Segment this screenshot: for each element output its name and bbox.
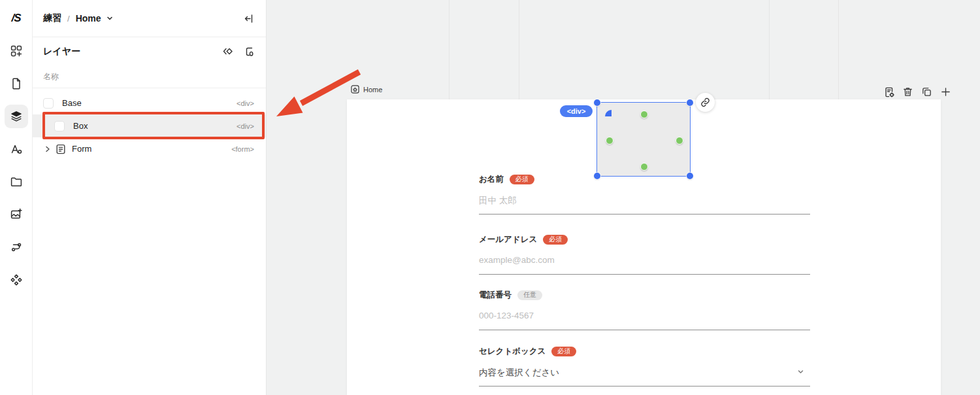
- expand-chevron-icon[interactable]: [43, 145, 52, 154]
- breadcrumb: 練習 / Home: [33, 0, 266, 37]
- form-field-select[interactable]: セレクトボックス 必須 内容を選択ください: [479, 345, 810, 357]
- duplicate-page-icon[interactable]: [921, 86, 933, 98]
- name-column-header: 名称: [33, 65, 266, 88]
- breadcrumb-page[interactable]: Home: [76, 13, 101, 24]
- layer-checkbox[interactable]: [54, 121, 65, 131]
- breakpoint-guide: [519, 0, 519, 99]
- breakpoint-guide: [838, 0, 839, 99]
- add-block-icon[interactable]: [5, 39, 28, 63]
- form-field-email[interactable]: メールアドレス 必須 example@abc.com: [479, 233, 810, 245]
- breakpoint-guide: [449, 0, 449, 99]
- form-element-icon: [55, 143, 67, 155]
- layers-panel: 練習 / Home レイヤー 名称: [33, 0, 267, 395]
- studio-logo[interactable]: /S: [5, 7, 28, 30]
- layer-tag: <div>: [237, 122, 254, 130]
- field-placeholder[interactable]: 000-123-4567: [479, 311, 534, 320]
- page-form: お名前 必須 田中 太郎 メールアドレス 必須 example@abc.com …: [347, 99, 941, 395]
- assets-folder-icon[interactable]: [5, 170, 28, 194]
- add-page-icon[interactable]: [939, 86, 952, 98]
- cms-icon[interactable]: [5, 235, 28, 259]
- layer-label: Form: [72, 144, 91, 154]
- field-placeholder[interactable]: example@abc.com: [479, 255, 555, 265]
- input-underline: [479, 386, 810, 386]
- apps-icon[interactable]: [5, 268, 28, 292]
- input-underline: [479, 330, 810, 330]
- name-column-label: 名称: [43, 71, 59, 82]
- layer-row-box[interactable]: Box <div>: [33, 114, 266, 137]
- layers-title: レイヤー: [43, 46, 80, 58]
- tool-rail: /S: [0, 0, 33, 395]
- required-badge: 必須: [551, 347, 576, 356]
- breakpoint-guide: [769, 0, 770, 99]
- page-actions: [883, 86, 952, 98]
- layer-tag: <div>: [237, 99, 254, 107]
- form-field-phone[interactable]: 電話番号 任意 000-123-4567: [479, 289, 810, 301]
- field-label: メールアドレス: [479, 234, 537, 245]
- layer-label: Box: [73, 121, 88, 131]
- pages-icon[interactable]: [5, 72, 28, 95]
- select-value[interactable]: 内容を選択ください: [479, 367, 559, 379]
- required-badge: 必須: [510, 175, 534, 184]
- required-badge: 必須: [543, 235, 568, 245]
- page-tab[interactable]: Home: [351, 85, 382, 94]
- layer-row-base[interactable]: Base <div>: [33, 92, 266, 114]
- layers-icon[interactable]: [5, 105, 28, 128]
- page-settings-icon[interactable]: [883, 86, 895, 98]
- field-label: 電話番号: [479, 290, 512, 301]
- studio-logo-text: /S: [11, 12, 20, 25]
- design-canvas[interactable]: Home: [267, 0, 980, 395]
- layer-tag: <form>: [231, 145, 254, 153]
- field-placeholder[interactable]: 田中 太郎: [479, 195, 517, 207]
- layer-list: Base <div> Box <div> Form <form>: [33, 92, 266, 160]
- home-icon: [351, 85, 359, 94]
- collapse-panel-icon[interactable]: [241, 11, 255, 26]
- studio-editor: /S 練習 / Home: [0, 0, 980, 395]
- delete-page-icon[interactable]: [902, 86, 914, 98]
- page-tab-label: Home: [363, 86, 382, 94]
- form-field-name[interactable]: お名前 必須 田中 太郎: [479, 173, 810, 185]
- breadcrumb-project[interactable]: 練習: [43, 12, 61, 24]
- code-view-icon[interactable]: [221, 45, 234, 58]
- chevron-down-icon[interactable]: [106, 14, 114, 22]
- input-underline: [479, 274, 810, 275]
- breadcrumb-separator: /: [67, 14, 70, 24]
- optional-badge: 任意: [517, 290, 542, 300]
- input-underline: [479, 214, 810, 215]
- layer-label: Base: [62, 98, 82, 108]
- chevron-down-icon[interactable]: [796, 368, 805, 376]
- layer-row-form[interactable]: Form <form>: [33, 137, 266, 160]
- image-add-icon[interactable]: [5, 203, 28, 226]
- typography-icon[interactable]: [5, 137, 28, 161]
- field-label: お名前: [479, 174, 504, 185]
- layers-header: レイヤー: [33, 37, 266, 65]
- frame-zero-icon[interactable]: [242, 45, 255, 58]
- field-label: セレクトボックス: [479, 346, 546, 357]
- layer-checkbox[interactable]: [43, 98, 54, 109]
